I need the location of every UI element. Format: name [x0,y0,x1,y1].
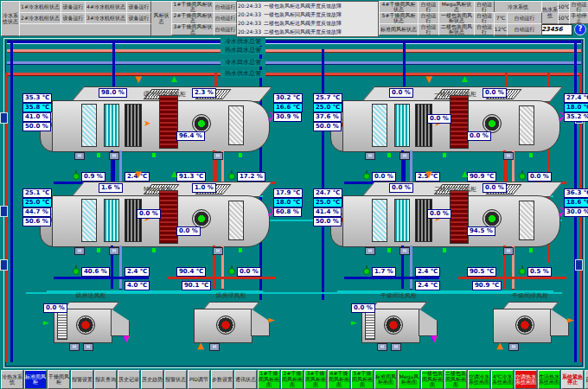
supply-temp-setpoint-badge: 16.6 ℃ [273,103,303,112]
edge-connector [0,206,8,217]
hot-water-valve[interactable] [228,268,235,275]
chilled-water-pipe [54,277,149,279]
damper-position-badge: 0.0 % [483,183,507,193]
damper-actuator: M [508,343,519,351]
nav-button-空调热水系统画面[interactable]: 空调热水系统画面 [514,370,537,389]
nav-button-空调冷水系统画面[interactable]: 空调冷水系统画面 [468,370,490,389]
nav-button-生活热水系统画面[interactable]: 生活热水系统画面 [538,370,560,389]
nav-button-5#干燥间风柜画面[interactable]: 5#干燥间风柜画面 [351,370,374,389]
heating-coil-section [159,95,178,149]
chilled-water-mode[interactable]: 自动运行 [507,23,542,35]
nav-button-标准间风柜画面[interactable]: 标准间风柜画面 [374,370,397,389]
damper-actuator: M [109,247,119,255]
status-dot [387,153,391,157]
chilled-water-valve[interactable] [363,173,370,180]
fan-run-status[interactable]: 自动运行 [474,23,495,35]
airflow-down-arrow-icon: ▼ [425,75,432,84]
hot-supply-main-label: 热水供水总管 [220,70,265,78]
damper-position-badge: 0.0 % [483,88,507,98]
damper-position-badge: 1.6 % [99,183,123,193]
chilled-supply-temp-badge: 2.4 ℃ [125,267,150,277]
nav-button-冷热水系统[interactable]: 冷热水系统 [1,370,23,389]
chilled-valve-opening-badge: 0.9 % [81,172,105,182]
damper-actuator: M [503,247,514,255]
nav-button-4#干燥间风柜画面[interactable]: 4#干燥间风柜画面 [328,370,350,389]
nav-button-标准间风柜[interactable]: 标准间风柜 [24,370,47,389]
nav-button-2#干燥间风柜画面[interactable]: 2#干燥间风柜画面 [281,370,304,389]
fan-impeller-icon [515,316,534,335]
fan-run-status[interactable]: 自动运行 [214,23,237,35]
nav-button-PID调节[interactable]: PID调节 [188,370,210,389]
hot-valve-opening-badge: 0.0 % [527,172,552,182]
chilled-water-mode[interactable]: 自动运行 [507,12,542,24]
fan-run-status[interactable]: 自动运行 [474,12,495,24]
fan-unit-label: 烘房排风柜 [183,291,278,300]
temp-setpoint-badge: 25.0 ℃ [22,198,52,207]
fan-run-status[interactable]: 自动运行 [418,23,439,35]
alarm-time: 20:24:33 [237,10,264,19]
nav-button-系统紧急停止[interactable]: 系统紧急停止 [561,370,584,389]
filter-section [372,199,387,242]
nav-button-报警设置[interactable]: 报警设置 [71,370,93,389]
damper-actuator: M [365,247,375,255]
chiller-run-status[interactable]: 设备运行 [61,12,86,24]
alarm-row[interactable]: 20:24:33一楼包装风柜送风阀开度反馈故障 [237,2,378,10]
damper-actuator: M [399,247,410,255]
nav-button-干燥间风柜[interactable]: 干燥间风柜 [48,370,70,389]
hot-water-pipe [458,277,566,279]
nav-button-一楼包装间风柜画面[interactable]: 一楼包装间风柜画面 [421,370,444,389]
chilled-valve-opening-badge: 0.0 % [372,172,396,182]
alarm-list[interactable]: 20:24:33一楼包装风柜送风阀开度反馈故障20:24:33一楼包装风柜回风阀… [236,1,379,37]
fan-run-status[interactable]: 自动运行 [418,1,439,13]
chiller-run-status[interactable]: 设备运行 [126,1,151,13]
fan-run-status[interactable]: 自动运行 [214,12,237,24]
fan-run-status[interactable]: 自动运行 [214,1,237,13]
hot-water-mode[interactable]: 自动运行 [569,1,588,13]
nav-button-4℃冷水系统画面[interactable]: 4℃冷水系统画面 [491,370,514,389]
humidity-setpoint-badge: 50.0 % [313,217,342,226]
help-button[interactable]: ? [574,23,586,35]
alarm-row[interactable]: 20:24:33二楼包装风柜送风阀开度反馈故障 [237,19,378,28]
nav-button-历史趋势[interactable]: 历史趋势 [141,370,163,389]
alarm-row[interactable]: 20:24:33二楼包装风柜回风阀开度反馈故障 [237,28,378,36]
hot-water-valve[interactable] [519,173,526,180]
fan-inlet-grille-icon [57,312,67,340]
fan-outlet-duct [251,309,270,336]
fan-status-name: 5#干燥间风柜状态 [379,12,419,24]
fan-run-status[interactable]: 自动运行 [418,12,439,24]
hot-water-valve[interactable] [228,173,235,180]
damper-actuator: M [377,343,387,351]
fan-run-status[interactable]: 自动运行 [474,1,495,13]
nav-button-1#干燥间风柜画面[interactable]: 1#干燥间风柜画面 [258,370,280,389]
supply-air-temp-badge: 27.4 ℃ [564,93,588,103]
fan-outlet-duct [550,309,569,336]
nav-button-历史记录[interactable]: 历史记录 [118,370,140,389]
hot-water-valve[interactable] [519,268,526,275]
edge-connector [0,259,8,271]
damper-actuator: M [74,247,85,255]
top-status-bar: 冷水系统状态 风柜状态 20:24:33一楼包装风柜送风阀开度反馈故障20:24… [0,0,588,36]
fan-unit-label: 干燥间排风柜 [483,291,578,300]
hot-water-system-label: 热水系统 [541,1,559,24]
nav-button-3#干燥间风柜画面[interactable]: 3#干燥间风柜画面 [304,370,327,389]
cooling-coil-section [104,199,119,242]
nav-button-启停输入[interactable]: 启停输入 [585,370,588,389]
chilled-water-valve[interactable] [73,173,80,180]
discharge-arrow-icon: ▼ [431,335,438,343]
nav-button-报警状态[interactable]: 报警状态 [164,370,187,389]
nav-button-通讯状态[interactable]: 通讯状态 [234,370,257,389]
chiller-run-status[interactable]: 设备运行 [126,12,151,24]
temp-setpoint-badge: 35.8 ℃ [22,103,52,112]
hot-supply-temp-badge: 91.3 ℃ [176,172,206,182]
alarm-row[interactable]: 20:24:33一楼包装风柜回风阀开度反馈故障 [237,10,378,19]
chilled-water-valve[interactable] [363,268,370,275]
chiller-run-status[interactable]: 设备运行 [61,1,86,13]
discharge-arrow-icon: ▼ [123,335,130,343]
hot-water-mode[interactable]: 手动停止 [569,12,588,24]
nav-button-Mega风柜画面[interactable]: Mega风柜画面 [398,370,420,389]
nav-button-报表查询[interactable]: 报表查询 [94,370,117,389]
chilled-water-valve[interactable] [73,268,80,275]
nav-button-二楼包装间风柜画面[interactable]: 二楼包装间风柜画面 [444,370,467,389]
temp-setpoint-badge: 25.0 ℃ [313,103,342,112]
nav-button-参数设置[interactable]: 参数设置 [211,370,233,389]
